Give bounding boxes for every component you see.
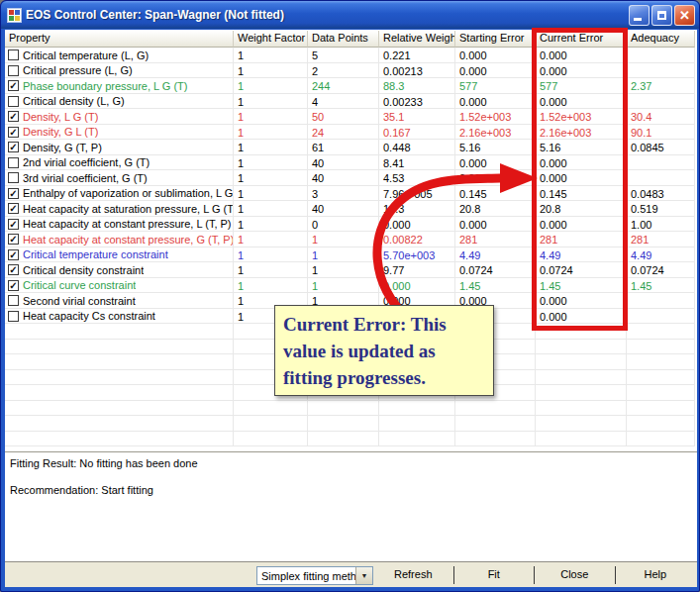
fitting-method-select[interactable]: Simplex fitting method ▼	[256, 566, 373, 585]
column-header-relative-weight[interactable]: Relative Weight	[379, 31, 455, 48]
row-checkbox[interactable]	[8, 295, 19, 306]
property-label: Heat capacity at saturation pressure, L …	[23, 202, 233, 216]
property-cell: ✓Density, G L (T)	[5, 125, 234, 140]
cell-starting: 1.52e+003	[455, 109, 536, 124]
property-cell: Critical density (L, G)	[5, 94, 234, 109]
table-row[interactable]: ✓Heat capacity at constant pressure, L (…	[5, 217, 695, 233]
cell-weight: 1	[234, 278, 308, 293]
cell-current: 0.0724	[536, 262, 627, 277]
cell-relative: 0.00213	[379, 63, 455, 78]
row-checkbox[interactable]	[8, 49, 19, 60]
cell-starting: 0.000	[455, 217, 536, 232]
table-row[interactable]: ✓Heat capacity at constant pressure, G (…	[5, 232, 695, 247]
cell-adequacy	[627, 155, 695, 170]
cell-relative: 0.167	[379, 125, 455, 140]
cell-starting: 0.0724	[455, 262, 536, 277]
refresh-button[interactable]: Refresh	[373, 564, 453, 586]
table-row[interactable]: Critical temperature (L, G)150.2210.0000…	[5, 48, 695, 63]
cell-current: 2.16e+003	[536, 125, 627, 140]
row-checkbox[interactable]: ✓	[8, 127, 19, 138]
column-header-data-points[interactable]: Data Points	[308, 31, 379, 48]
table-row[interactable]: Critical density (L, G)140.002330.0000.0…	[5, 94, 695, 110]
row-checkbox[interactable]: ✓	[8, 264, 19, 275]
table-row[interactable]: 2nd virial coefficient, G (T)1408.410.00…	[5, 155, 695, 171]
row-checkbox[interactable]: ✓	[8, 142, 19, 152]
table-row[interactable]: ✓Enthalpy of vaporization or sublimation…	[5, 186, 695, 202]
cell-adequacy: 4.49	[627, 247, 695, 262]
row-checkbox[interactable]: ✓	[8, 234, 19, 245]
row-checkbox[interactable]	[8, 96, 19, 107]
table-row[interactable]: ✓Density, G (T, P)1610.4485.165.160.0845	[5, 140, 695, 155]
close-action-button[interactable]: Close	[535, 564, 615, 586]
cell-current: 1.52e+003	[536, 109, 627, 124]
row-checkbox[interactable]	[8, 65, 19, 76]
row-checkbox[interactable]: ✓	[8, 111, 19, 122]
row-checkbox[interactable]: ✓	[8, 219, 19, 230]
table-row[interactable]: ✓Density, L G (T)15035.11.52e+0031.52e+0…	[5, 109, 695, 125]
minimize-button[interactable]	[629, 5, 650, 26]
cell-weight: 1	[234, 48, 308, 62]
table-row[interactable]: ✓Density, G L (T)1240.1672.16e+0032.16e+…	[5, 125, 695, 141]
cell-adequacy: 0.0483	[627, 186, 695, 201]
cell-starting: 0.000	[455, 170, 536, 185]
column-header-starting-error[interactable]: Starting Error	[455, 31, 536, 48]
cell-relative: 5.70e+003	[379, 247, 455, 262]
combo-dropdown-button[interactable]: ▼	[355, 567, 372, 584]
cell-starting: 0.000	[455, 48, 536, 62]
table-row[interactable]: ✓Critical density constraint119.770.0724…	[5, 262, 695, 278]
cell-weight: 1	[234, 247, 308, 262]
table-row[interactable]: Critical pressure (L, G)120.002130.0000.…	[5, 63, 695, 79]
cell-starting: 0.000	[455, 94, 536, 109]
empty-row	[5, 416, 695, 432]
chevron-down-icon: ▼	[361, 572, 368, 579]
row-checkbox[interactable]: ✓	[8, 203, 19, 214]
column-header-current-error[interactable]: Current Error	[536, 31, 627, 48]
property-label: Density, L G (T)	[23, 110, 98, 124]
row-checkbox[interactable]: ✓	[8, 249, 19, 260]
row-checkbox[interactable]	[8, 311, 19, 322]
cell-weight: 1	[234, 201, 308, 216]
property-label: Critical temperature constraint	[23, 247, 168, 261]
help-button[interactable]: Help	[616, 564, 696, 586]
table-row[interactable]: ✓Critical curve constraint110.0001.451.4…	[5, 278, 695, 294]
cell-current: 1.45	[536, 278, 627, 293]
column-header-property[interactable]: Property	[5, 31, 234, 48]
table-row[interactable]: ✓Critical temperature constraint115.70e+…	[5, 247, 695, 263]
cell-adequacy	[627, 309, 695, 324]
column-header-adequacy[interactable]: Adequacy	[627, 31, 695, 48]
row-checkbox[interactable]: ✓	[8, 188, 19, 199]
table-row[interactable]: ✓Heat capacity at saturation pressure, L…	[5, 201, 695, 217]
cell-points: 61	[308, 140, 379, 154]
column-header-weight-factor[interactable]: Weight Factor	[234, 31, 308, 48]
property-cell: ✓Heat capacity at saturation pressure, L…	[5, 201, 234, 216]
property-cell: Heat capacity Cs constraint	[5, 309, 234, 324]
cell-current: 0.000	[536, 63, 627, 78]
maximize-button[interactable]	[651, 5, 672, 26]
cell-current: 0.000	[536, 309, 627, 324]
property-cell: 3rd virial coefficient, G (T)	[5, 170, 234, 185]
row-checkbox[interactable]	[8, 172, 19, 183]
fit-button[interactable]: Fit	[454, 564, 535, 586]
property-cell: 2nd virial coefficient, G (T)	[5, 155, 234, 170]
app-icon	[7, 8, 22, 23]
close-button[interactable]: ✕	[674, 5, 695, 26]
cell-weight: 1	[234, 155, 308, 170]
property-cell: Second virial constraint	[5, 293, 234, 308]
table-row[interactable]: ✓Phase boundary pressure, L G (T)124488.…	[5, 78, 695, 94]
cell-adequacy	[627, 293, 695, 308]
close-icon: ✕	[675, 7, 694, 25]
property-label: Critical curve constraint	[23, 278, 136, 292]
cell-current: 0.000	[536, 217, 627, 232]
cell-starting: 577	[455, 78, 536, 93]
cell-adequacy: 30.4	[627, 109, 695, 124]
row-checkbox[interactable]	[8, 157, 19, 168]
property-label: Second virial constraint	[23, 294, 136, 308]
cell-weight: 1	[234, 140, 308, 154]
empty-row	[5, 401, 695, 417]
table-row[interactable]: 3rd virial coefficient, G (T)1404.530.00…	[5, 170, 695, 186]
row-checkbox[interactable]: ✓	[8, 280, 19, 291]
cell-adequacy	[627, 63, 695, 78]
property-cell: ✓Critical density constraint	[5, 262, 234, 277]
cell-current: 281	[536, 232, 627, 247]
row-checkbox[interactable]: ✓	[8, 80, 19, 91]
